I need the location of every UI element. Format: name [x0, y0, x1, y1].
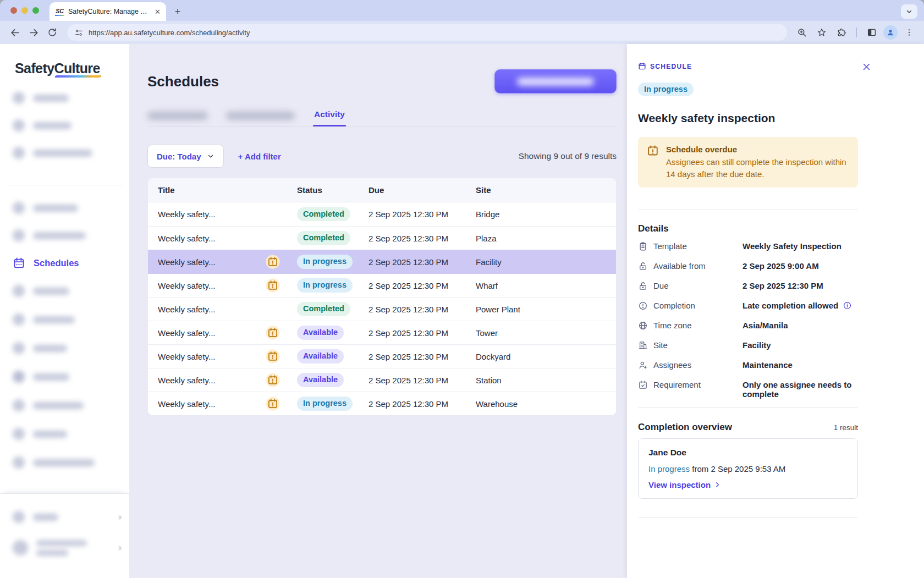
- view-inspection-link[interactable]: View inspection: [648, 480, 848, 489]
- due-filter-label: Due: Today: [157, 152, 201, 161]
- url-bar[interactable]: https://app.au.safetyculture.com/schedul…: [67, 24, 787, 41]
- sidebar-item-schedules[interactable]: Schedules: [0, 249, 129, 277]
- row-title: Weekly safety...: [158, 352, 266, 361]
- sidebar-item-redacted[interactable]: [0, 84, 129, 112]
- overdue-alert: Schedule overdue Assignees can still com…: [638, 137, 858, 188]
- status-badge: Available: [297, 373, 344, 387]
- sidebar-item-redacted[interactable]: [0, 139, 129, 167]
- table-row[interactable]: Weekly safety... Available 2 Sep 2025 12…: [148, 321, 616, 344]
- tab-search-button[interactable]: [901, 4, 917, 19]
- detail-label: Assignees: [653, 360, 691, 370]
- tab-close-icon[interactable]: ✕: [153, 8, 162, 16]
- bookmark-button[interactable]: [813, 24, 830, 41]
- table-row[interactable]: Weekly safety... Completed 2 Sep 2025 12…: [148, 297, 616, 321]
- sidebar-item-redacted[interactable]: [0, 222, 129, 249]
- side-panel-button[interactable]: [864, 24, 880, 41]
- detail-value: Late completion allowed: [743, 301, 838, 310]
- sidebar-item-redacted[interactable]: [0, 334, 129, 362]
- filter-row: Due: Today + Add filter Showing 9 out of…: [147, 145, 617, 168]
- back-button[interactable]: [7, 24, 23, 41]
- row-site: Bridge: [476, 210, 606, 219]
- table-header: Title Status Due Site: [148, 178, 616, 202]
- status-badge: In progress: [297, 278, 353, 292]
- drawer-status-badge: In progress: [638, 82, 694, 96]
- table-row[interactable]: Weekly safety... In progress 2 Sep 2025 …: [148, 250, 616, 273]
- detail-row: Time zone Asia/Manila: [638, 316, 858, 335]
- tab-activity[interactable]: Activity: [313, 109, 346, 126]
- sidebar-item-redacted[interactable]: [0, 112, 129, 139]
- status-badge: In progress: [297, 397, 353, 410]
- row-due: 2 Sep 2025 12:30 PM: [369, 234, 476, 243]
- browser-tab[interactable]: SC SafetyCulture: Manage Teams and... ✕: [50, 2, 166, 21]
- create-schedule-button[interactable]: [494, 69, 617, 93]
- safetyculture-logo[interactable]: SafetyCulture: [15, 60, 100, 76]
- sidebar-item-redacted[interactable]: [0, 391, 129, 420]
- extensions-button[interactable]: [833, 24, 850, 41]
- row-title: Weekly safety...: [158, 281, 266, 290]
- due-filter-dropdown[interactable]: Due: Today: [147, 145, 224, 168]
- completion-card: Jane Doe In progress from 2 Sep 2025 9:5…: [638, 438, 858, 499]
- sidebar-item-redacted[interactable]: [0, 194, 129, 222]
- chevron-icon: ›: [118, 542, 122, 553]
- entry-status: In progress: [648, 464, 690, 474]
- sidebar-item-label: Schedules: [34, 258, 79, 268]
- three-dots-icon: [905, 28, 914, 37]
- schedule-table: Title Status Due Site Weekly safety... C…: [147, 178, 617, 416]
- url-text: https://app.au.safetyculture.com/schedul…: [89, 29, 250, 37]
- completion-overview-heading: Completion overview: [638, 422, 732, 433]
- info-icon[interactable]: [843, 301, 852, 310]
- row-due: 2 Sep 2025 12:30 PM: [369, 328, 476, 338]
- row-title: Weekly safety...: [158, 234, 266, 243]
- sidebar-item-redacted[interactable]: [0, 448, 129, 477]
- star-icon: [817, 27, 827, 37]
- chevron-right-icon: [714, 481, 721, 488]
- chevron-right-icon: ›: [118, 511, 122, 522]
- tab-assigned-to-me-redacted[interactable]: [147, 112, 208, 120]
- site-settings-icon[interactable]: [75, 29, 83, 37]
- tab-manage-schedules-redacted[interactable]: [226, 112, 295, 120]
- close-window-button[interactable]: [10, 7, 17, 14]
- table-row[interactable]: Weekly safety... In progress 2 Sep 2025 …: [148, 392, 616, 415]
- status-badge: Completed: [297, 231, 350, 245]
- sidebar-item-redacted[interactable]: [0, 420, 129, 448]
- drawer-kicker-label: Schedule: [650, 63, 692, 70]
- close-drawer-button[interactable]: [859, 59, 873, 74]
- table-row[interactable]: Weekly safety... Available 2 Sep 2025 12…: [148, 368, 616, 392]
- new-tab-button[interactable]: +: [170, 4, 185, 19]
- row-title: Weekly safety...: [158, 328, 266, 338]
- window-controls: [10, 7, 39, 14]
- sidebar-item-redacted[interactable]: [0, 362, 129, 391]
- divider: [638, 517, 858, 518]
- column-header-due: Due: [369, 185, 476, 195]
- sidebar-nav: Schedules: [0, 84, 129, 477]
- forward-button[interactable]: [25, 24, 42, 41]
- table-row[interactable]: Weekly safety... Completed 2 Sep 2025 12…: [148, 226, 616, 250]
- sidebar-item-redacted[interactable]: [0, 277, 129, 305]
- divider: [638, 210, 858, 210]
- calendar-check-icon: [638, 380, 648, 390]
- chevron-down-icon: [906, 8, 912, 15]
- add-filter-button[interactable]: + Add filter: [238, 152, 281, 161]
- zoom-window-button[interactable]: [32, 7, 39, 14]
- help-item[interactable]: ›: [0, 502, 129, 532]
- browser-profile-avatar[interactable]: [883, 25, 898, 40]
- app-body: SafetyCulture Schedules: [0, 44, 924, 578]
- completion-result-count: 1 result: [834, 423, 858, 432]
- profile-item[interactable]: ›: [0, 532, 129, 563]
- reload-button[interactable]: [44, 24, 61, 41]
- table-row[interactable]: Weekly safety... In progress 2 Sep 2025 …: [148, 273, 616, 297]
- minimize-window-button[interactable]: [21, 7, 28, 14]
- row-site: Tower: [476, 328, 606, 338]
- row-due: 2 Sep 2025 12:30 PM: [369, 399, 476, 409]
- reload-icon: [47, 27, 57, 37]
- detail-label: Site: [653, 340, 668, 350]
- lock-open-icon: [638, 261, 648, 271]
- overdue-calendar-icon: [266, 278, 280, 293]
- zoom-button[interactable]: [794, 24, 810, 41]
- table-row[interactable]: Weekly safety... Completed 2 Sep 2025 12…: [148, 202, 616, 226]
- browser-menu-button[interactable]: [901, 24, 917, 41]
- column-header-title: Title: [158, 185, 266, 195]
- sidebar-item-redacted[interactable]: [0, 305, 129, 334]
- magnifier-icon: [797, 27, 807, 37]
- table-row[interactable]: Weekly safety... Available 2 Sep 2025 12…: [148, 344, 616, 368]
